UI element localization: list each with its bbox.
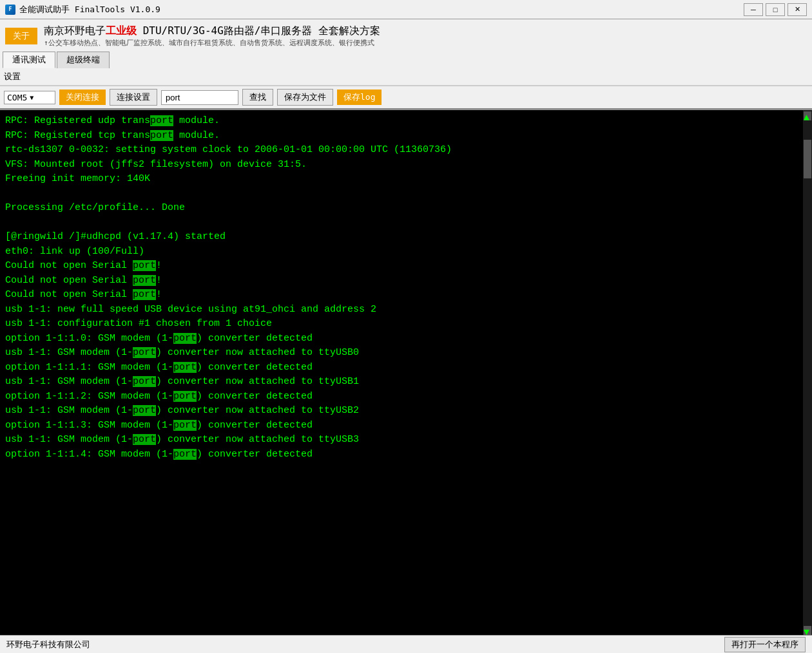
- term-line: RPC: Registered tcp transport module.: [5, 129, 807, 144]
- term-line: usb 1-1: GSM modem (1-port) converter no…: [5, 404, 807, 419]
- search-input[interactable]: [161, 90, 238, 105]
- port-highlight: port: [133, 405, 156, 416]
- scroll-thumb[interactable]: [804, 140, 811, 178]
- save-log-button[interactable]: 保存log: [337, 90, 382, 105]
- company-sub: ↑公交车移动热点、智能电厂监控系统、城市自行车租赁系统、自动售货系统、远程调度系…: [44, 38, 380, 48]
- title-bar-left: F 全能调试助手 FinalTools V1.0.9: [5, 4, 160, 15]
- port-highlight: port: [133, 434, 156, 445]
- term-line: option 1-1:1.0: GSM modem (1-port) conve…: [5, 332, 807, 346]
- toolbar: 设置: [0, 68, 812, 86]
- term-line: usb 1-1: configuration #1 chosen from 1 …: [5, 317, 807, 332]
- save-file-button[interactable]: 保存为文件: [277, 89, 333, 106]
- term-line: Could not open Serial port!: [5, 274, 807, 289]
- term-line: VFS: Mounted root (jffs2 filesystem) on …: [5, 158, 807, 173]
- port-highlight: port: [133, 289, 156, 300]
- search-button[interactable]: 查找: [242, 89, 273, 106]
- close-connection-button[interactable]: 关闭连接: [59, 90, 106, 105]
- term-line: Freeing init memory: 140K: [5, 172, 807, 187]
- term-line: rtc-ds1307 0-0032: setting system clock …: [5, 143, 807, 158]
- port-highlight: port: [173, 333, 197, 344]
- port-highlight: port: [133, 347, 156, 358]
- term-line: eth0: link up (100/Full): [5, 245, 807, 260]
- company-main: 南京环野电子工业级 DTU/RTU/3G-4G路由器/串口服务器 全套解决方案: [44, 24, 380, 38]
- scrollbar[interactable]: ▲ ▼: [803, 110, 812, 635]
- term-line: [5, 216, 807, 231]
- about-button[interactable]: 关于: [5, 28, 37, 44]
- header-area: 关于 南京环野电子工业级 DTU/RTU/3G-4G路由器/串口服务器 全套解决…: [0, 19, 812, 110]
- term-line: option 1-1:1.3: GSM modem (1-port) conve…: [5, 419, 807, 433]
- company-info: 南京环野电子工业级 DTU/RTU/3G-4G路由器/串口服务器 全套解决方案 …: [44, 24, 380, 48]
- terminal-content: RPC: Registered udp transport module. RP…: [5, 114, 807, 462]
- scroll-up-arrow[interactable]: ▲: [804, 111, 811, 120]
- title-bar: F 全能调试助手 FinalTools V1.0.9 ─ □ ✕: [0, 0, 812, 19]
- port-highlight: port: [173, 449, 197, 460]
- term-line: usb 1-1: GSM modem (1-port) converter no…: [5, 346, 807, 361]
- com-port-select[interactable]: COM5 ▼: [4, 91, 55, 104]
- port-highlight: port: [173, 391, 197, 402]
- terminal: RPC: Registered udp transport module. RP…: [0, 110, 812, 635]
- reopen-button[interactable]: 再打开一个本程序: [724, 637, 806, 652]
- company-highlight: 工业级: [106, 24, 137, 37]
- term-line: usb 1-1: new full speed USB device using…: [5, 303, 807, 317]
- toolbar2: COM5 ▼ 关闭连接 连接设置 查找 保存为文件 保存log: [0, 86, 812, 109]
- title-text: 全能调试助手 FinalTools V1.0.9: [19, 4, 160, 15]
- settings-label: 设置: [4, 71, 21, 82]
- minimize-button[interactable]: ─: [744, 3, 763, 16]
- port-highlight: port: [173, 362, 197, 373]
- port-highlight: port: [133, 376, 156, 387]
- term-line: option 1-1:1.1: GSM modem (1-port) conve…: [5, 361, 807, 375]
- close-button[interactable]: ✕: [788, 3, 807, 16]
- connection-settings-button[interactable]: 连接设置: [110, 89, 157, 106]
- port-highlight: port: [150, 130, 173, 141]
- term-line: [5, 187, 807, 202]
- tab-comm-test[interactable]: 通讯测试: [3, 52, 55, 68]
- window-controls: ─ □ ✕: [744, 3, 807, 16]
- app-icon: F: [5, 5, 15, 15]
- company-banner: 关于 南京环野电子工业级 DTU/RTU/3G-4G路由器/串口服务器 全套解决…: [0, 22, 812, 50]
- port-highlight: port: [173, 420, 197, 431]
- com-port-value: COM5: [7, 93, 27, 102]
- port-highlight: port: [150, 115, 173, 126]
- term-line: Could not open Serial port!: [5, 259, 807, 274]
- port-highlight: port: [133, 260, 156, 271]
- term-line: option 1-1:1.4: GSM modem (1-port) conve…: [5, 448, 807, 462]
- term-line: RPC: Registered udp transport module.: [5, 114, 807, 129]
- status-bar: 环野电子科技有限公司 再打开一个本程序: [0, 635, 812, 653]
- term-line: Could not open Serial port!: [5, 288, 807, 303]
- port-highlight: port: [133, 275, 156, 286]
- term-line: usb 1-1: GSM modem (1-port) converter no…: [5, 375, 807, 390]
- maximize-button[interactable]: □: [766, 3, 785, 16]
- term-line: [@ringwild /]#udhcpd (v1.17.4) started: [5, 230, 807, 245]
- nav-tabs: 通讯测试 超级终端: [0, 50, 812, 68]
- term-line: usb 1-1: GSM modem (1-port) converter no…: [5, 433, 807, 448]
- term-line: option 1-1:1.2: GSM modem (1-port) conve…: [5, 390, 807, 404]
- tab-super-terminal[interactable]: 超级终端: [57, 52, 110, 68]
- term-line: Processing /etc/profile... Done: [5, 201, 807, 216]
- company-footer-label: 环野电子科技有限公司: [6, 639, 90, 650]
- dropdown-arrow-icon: ▼: [30, 94, 34, 101]
- scroll-down-arrow[interactable]: ▼: [804, 626, 811, 635]
